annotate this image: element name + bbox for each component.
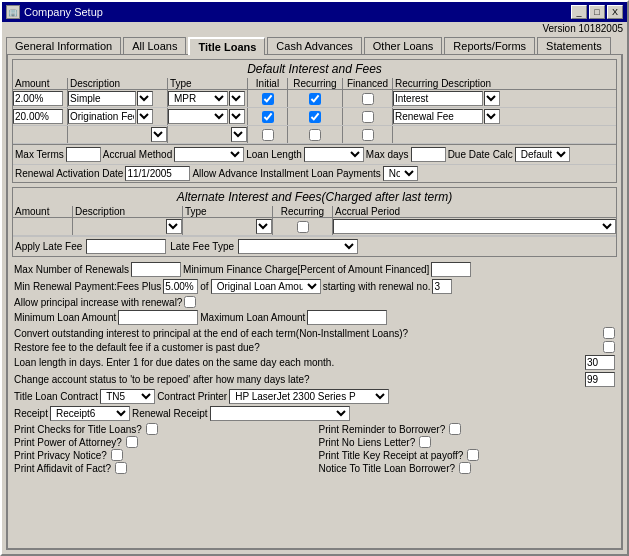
financed-check-2[interactable] (362, 111, 374, 123)
alt-accrual-select-1[interactable] (333, 219, 616, 234)
min-finance-input[interactable] (431, 262, 471, 277)
rec-desc-select-1[interactable]: ▼ (484, 91, 500, 106)
description-select-1[interactable]: ▼ (137, 91, 153, 106)
allow-principal-label: Allow principal increase with renewal? (14, 297, 182, 308)
type-select-2[interactable]: ▼ (229, 91, 245, 106)
recurring-check-1[interactable] (309, 93, 321, 105)
original-loan-select[interactable]: Original Loan Amount (211, 279, 321, 294)
recurring-check-3[interactable] (309, 129, 321, 141)
type-select-4[interactable]: ▼ (229, 109, 245, 124)
print-checks-label: Print Checks for Title Loans? (14, 424, 142, 435)
tab-reports-forms[interactable]: Reports/Forms (444, 37, 535, 54)
initial-check-1[interactable] (262, 93, 274, 105)
max-loan-input[interactable] (307, 310, 387, 325)
allow-principal-check[interactable] (184, 296, 196, 308)
convert-outstanding-check[interactable] (603, 327, 615, 339)
print-privacy-check[interactable] (111, 449, 123, 461)
title-bar-left: 🏢 Company Setup (6, 5, 103, 19)
rec-desc-select-2[interactable]: ▼ (484, 109, 500, 124)
print-privacy-label: Print Privacy Notice? (14, 450, 107, 461)
tab-statements[interactable]: Statements (537, 37, 611, 54)
col-header-financed: Financed (343, 78, 393, 89)
alt-col-accrual: Accrual Period (333, 206, 616, 217)
allow-advance-select[interactable]: No (383, 166, 418, 181)
max-renewals-input[interactable] (131, 262, 181, 277)
tab-all-loans[interactable]: All Loans (123, 37, 186, 54)
allow-advance-label: Allow Advance Installment Loan Payments (192, 168, 380, 179)
receipt-select[interactable]: Receipt6 (50, 406, 130, 421)
print-no-liens-row: Print No Liens Letter? (319, 436, 616, 448)
alt-type-select-1[interactable]: ▼ (256, 219, 272, 234)
accrual-method-select[interactable] (174, 147, 244, 162)
change-account-input[interactable] (585, 372, 615, 387)
contract-printer-select[interactable]: HP LaserJet 2300 Series P (229, 389, 389, 404)
tabs-row: General Information All Loans Title Loan… (2, 35, 627, 54)
min-loan-input[interactable] (118, 310, 198, 325)
financed-check-1[interactable] (362, 93, 374, 105)
contract-printer-label: Contract Printer (157, 391, 227, 402)
max-days-input[interactable] (411, 147, 446, 162)
notice-title-loan-label: Notice To Title Loan Borrower? (319, 463, 456, 474)
of-label: of (200, 281, 208, 292)
print-affidavit-check[interactable] (115, 462, 127, 474)
description-input-1[interactable] (68, 91, 136, 106)
minimize-button[interactable]: _ (571, 5, 587, 19)
accrual-method-label: Accrual Method (103, 149, 172, 160)
amount-input-2[interactable] (13, 109, 63, 124)
description-select-3[interactable]: ▼ (151, 127, 167, 142)
rec-desc-input-2[interactable] (393, 109, 483, 124)
alt-desc-select-1[interactable]: ▼ (166, 219, 182, 234)
close-button[interactable]: X (607, 5, 623, 19)
app-icon: 🏢 (6, 5, 20, 19)
renewal-activation-label: Renewal Activation Date (15, 168, 123, 179)
notice-title-loan-check[interactable] (459, 462, 471, 474)
col-header-recurring: Recurring (288, 78, 343, 89)
min-renewal-pct-input[interactable] (163, 279, 198, 294)
description-input-2[interactable] (68, 109, 136, 124)
starting-value-input[interactable] (432, 279, 452, 294)
print-checks-check[interactable] (146, 423, 158, 435)
late-fee-type-select[interactable] (238, 239, 358, 254)
renewal-receipt-select[interactable] (210, 406, 350, 421)
tab-general-information[interactable]: General Information (6, 37, 121, 54)
print-no-liens-check[interactable] (419, 436, 431, 448)
loan-length-days-input[interactable] (585, 355, 615, 370)
print-power-row: Print Power of Attorney? (14, 436, 311, 448)
alt-col-recurring: Recurring (273, 206, 333, 217)
amount-input-1[interactable] (13, 91, 63, 106)
tab-other-loans[interactable]: Other Loans (364, 37, 443, 54)
loan-length-select[interactable] (304, 147, 364, 162)
initial-check-3[interactable] (262, 129, 274, 141)
renewal-activation-input[interactable] (125, 166, 190, 181)
due-date-calc-select[interactable]: Default (515, 147, 570, 162)
default-interest-section: Default Interest and Fees Amount Descrip… (12, 59, 617, 183)
print-title-key-check[interactable] (467, 449, 479, 461)
alt-col-amount: Amount (13, 206, 73, 217)
rec-desc-input-1[interactable] (393, 91, 483, 106)
min-renewal-label: Min Renewal Payment:Fees Plus (14, 281, 161, 292)
default-interest-title: Default Interest and Fees (13, 60, 616, 78)
tab-title-loans[interactable]: Title Loans (188, 37, 265, 55)
tab-cash-advances[interactable]: Cash Advances (267, 37, 361, 54)
title-loan-contract-select[interactable]: TN5 (100, 389, 155, 404)
print-reminder-row: Print Reminder to Borrower? (319, 423, 616, 435)
initial-check-2[interactable] (262, 111, 274, 123)
description-select-2[interactable]: ▼ (137, 109, 153, 124)
max-terms-input[interactable] (66, 147, 101, 162)
type-select-1[interactable]: MPR (168, 91, 228, 106)
alt-recurring-check-1[interactable] (297, 221, 309, 233)
apply-late-fee-input[interactable] (86, 239, 166, 254)
max-days-label: Max days (366, 149, 409, 160)
recurring-check-2[interactable] (309, 111, 321, 123)
loan-length-label: Loan Length (246, 149, 302, 160)
financed-check-3[interactable] (362, 129, 374, 141)
print-power-check[interactable] (126, 436, 138, 448)
print-title-key-label: Print Title Key Receipt at payoff? (319, 450, 464, 461)
type-select-3[interactable] (168, 109, 228, 124)
print-no-liens-label: Print No Liens Letter? (319, 437, 416, 448)
restore-fee-check[interactable] (603, 341, 615, 353)
restore-button[interactable]: □ (589, 5, 605, 19)
type-select-5[interactable]: ▼ (231, 127, 247, 142)
main-window: 🏢 Company Setup _ □ X Version 10182005 G… (0, 0, 629, 556)
print-reminder-check[interactable] (449, 423, 461, 435)
